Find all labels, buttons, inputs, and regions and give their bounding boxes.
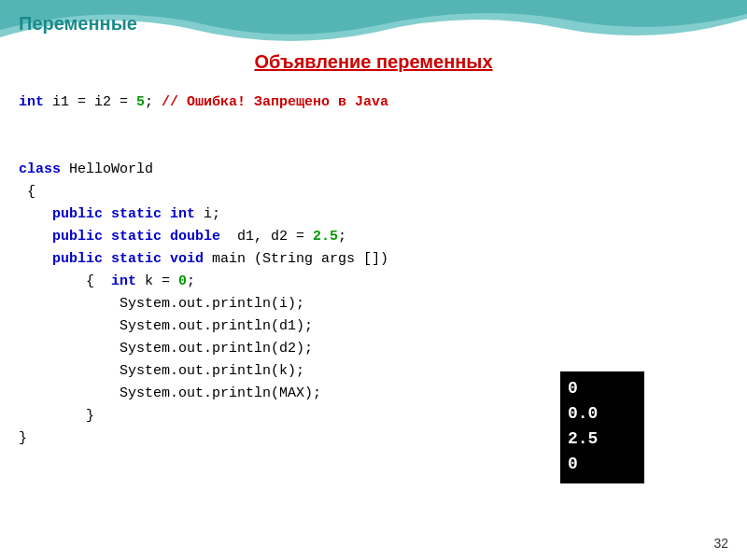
output-line-4: 0: [568, 452, 637, 477]
code-brace-open: {: [19, 181, 728, 203]
output-line-3: 2.5: [568, 427, 637, 452]
code-line-1: int i1 = i2 = 5; // Ошибка! Запрещено в …: [19, 91, 728, 114]
output-box: 0 0.0 2.5 0: [560, 371, 644, 483]
code-method-open: { int k = 0;: [19, 271, 728, 293]
page-number: 32: [713, 536, 728, 551]
code-blank-2: [19, 136, 728, 159]
output-line-2: 0.0: [568, 401, 637, 427]
code-field3: public static void main (String args []): [19, 248, 728, 271]
code-stmt2: System.out.println(d1);: [19, 315, 728, 338]
output-line-1: 0: [568, 376, 637, 401]
code-stmt3: System.out.println(d2);: [19, 338, 728, 360]
section-heading: Объявление переменных: [19, 51, 728, 73]
code-class-decl: class HelloWorld: [19, 159, 728, 181]
code-field1: public static int i;: [19, 203, 728, 226]
code-blank-1: [19, 114, 728, 136]
code-field2: public static double d1, d2 = 2.5;: [19, 226, 728, 248]
slide-title: Переменные: [19, 13, 137, 35]
code-stmt1: System.out.println(i);: [19, 293, 728, 315]
